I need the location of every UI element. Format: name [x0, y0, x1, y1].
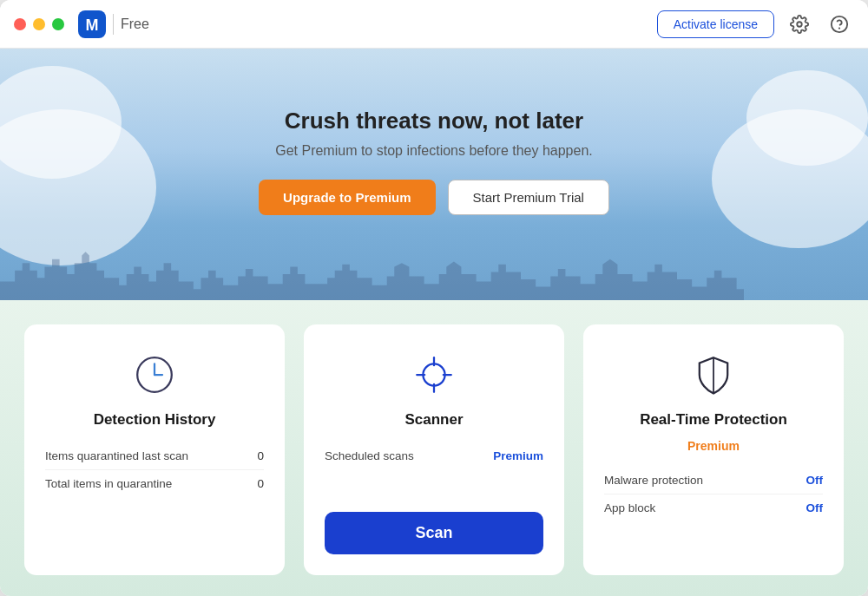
- stat-row-quarantined: Items quarantined last scan 0: [45, 442, 264, 470]
- stat-value-appblock: Off: [806, 501, 824, 514]
- main-window: M Free Activate license: [0, 0, 868, 596]
- svg-point-2: [797, 22, 802, 27]
- scanner-icon-container: [408, 349, 460, 401]
- realtime-protection-card: Real-Time Protection Premium Malware pro…: [583, 324, 844, 575]
- help-button[interactable]: [825, 10, 854, 39]
- settings-button[interactable]: [785, 10, 814, 39]
- close-button[interactable]: [14, 18, 26, 30]
- stat-value-quarantined-last: 0: [257, 449, 264, 462]
- detection-stats: Items quarantined last scan 0 Total item…: [45, 442, 264, 497]
- activate-license-button[interactable]: Activate license: [657, 10, 774, 38]
- detection-history-title: Detection History: [94, 411, 216, 429]
- help-icon: [830, 15, 849, 34]
- realtime-title: Real-Time Protection: [640, 411, 787, 429]
- cloud-left: [0, 109, 156, 265]
- shield-icon: [690, 351, 737, 398]
- gear-icon: [790, 15, 809, 34]
- crosshair-icon: [411, 351, 457, 398]
- titlebar-actions: Activate license: [657, 10, 854, 39]
- realtime-subtitle: Premium: [687, 439, 740, 453]
- stat-label-malware: Malware protection: [604, 474, 703, 487]
- stat-value-malware: Off: [806, 474, 824, 487]
- logo-divider: [113, 14, 114, 35]
- traffic-lights: [14, 18, 64, 30]
- titlebar: M Free Activate license: [0, 0, 868, 49]
- detection-history-card: Detection History Items quarantined last…: [24, 324, 285, 575]
- stat-row-scheduled: Scheduled scans Premium: [325, 442, 543, 469]
- minimize-button[interactable]: [33, 18, 45, 30]
- city-skyline: [0, 248, 744, 300]
- hero-subtitle: Get Premium to stop infections before th…: [259, 143, 609, 159]
- hero-buttons: Upgrade to Premium Start Premium Trial: [259, 180, 609, 215]
- hero-title: Crush threats now, not later: [259, 108, 609, 134]
- realtime-stats: Malware protection Off App block Off: [604, 467, 823, 521]
- detection-icon: [128, 349, 181, 401]
- scanner-card: Scanner Scheduled scans Premium Scan: [304, 324, 564, 575]
- cloud-right: [712, 109, 868, 248]
- stat-value-scheduled: Premium: [493, 449, 543, 462]
- shield-icon-container: [687, 349, 740, 401]
- cards-area: Detection History Items quarantined last…: [0, 300, 868, 596]
- stat-label-appblock: App block: [604, 501, 655, 514]
- stat-label-total-quarantine: Total items in quarantine: [45, 477, 172, 490]
- svg-point-8: [423, 363, 444, 385]
- stat-row-total-quarantine: Total items in quarantine 0: [45, 470, 264, 497]
- stat-row-malware: Malware protection Off: [604, 467, 823, 494]
- app-tier-label: Free: [121, 16, 149, 32]
- scanner-stats: Scheduled scans Premium: [325, 442, 543, 469]
- scanner-title: Scanner: [404, 411, 463, 429]
- stat-label-scheduled: Scheduled scans: [325, 449, 414, 462]
- hero-content: Crush threats now, not later Get Premium…: [259, 108, 609, 241]
- upgrade-premium-button[interactable]: Upgrade to Premium: [259, 180, 436, 215]
- svg-text:M: M: [86, 16, 99, 34]
- app-logo: M: [78, 10, 106, 38]
- stat-value-total-quarantine: 0: [257, 477, 264, 490]
- clock-icon: [131, 351, 178, 398]
- stat-row-appblock: App block Off: [604, 494, 823, 521]
- maximize-button[interactable]: [52, 18, 64, 30]
- stat-label-quarantined-last: Items quarantined last scan: [45, 449, 188, 462]
- app-logo-icon: M: [78, 10, 106, 38]
- scan-button[interactable]: Scan: [325, 512, 543, 554]
- start-trial-button[interactable]: Start Premium Trial: [448, 180, 609, 215]
- hero-banner: Crush threats now, not later Get Premium…: [0, 49, 868, 300]
